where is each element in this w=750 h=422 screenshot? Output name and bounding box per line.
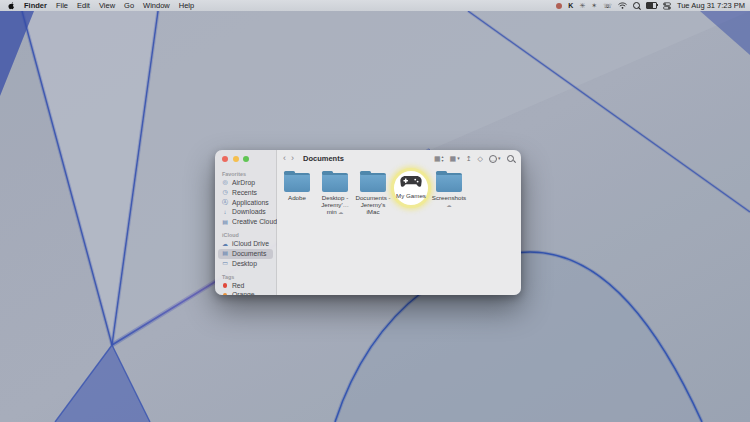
battery-icon[interactable] xyxy=(646,2,657,9)
sidebar-item-icloud-drive[interactable]: ☁ iCloud Drive xyxy=(218,239,273,249)
game-controller-icon xyxy=(400,175,422,188)
menu-item-file[interactable]: File xyxy=(56,1,68,10)
downloads-icon: ↓ xyxy=(221,209,229,216)
window-controls xyxy=(215,150,276,166)
sidebar-item-downloads[interactable]: ↓ Downloads xyxy=(218,207,273,217)
finder-main-pane: ‹ › Documents ▦ ▴▾ ▦▾ ↥ ◇ …▾ xyxy=(277,150,521,295)
menu-item-edit[interactable]: Edit xyxy=(77,1,90,10)
status-app-icon[interactable] xyxy=(556,3,562,9)
sidebar-item-label: Downloads xyxy=(232,208,266,216)
sidebar-item-desktop[interactable]: ▭ Desktop xyxy=(218,259,273,269)
finder-window: Favorites ◎ AirDrop ◷ Recents Ⓐ Applicat… xyxy=(215,150,521,295)
search-icon[interactable] xyxy=(507,155,515,163)
menu-item-help[interactable]: Help xyxy=(179,1,194,10)
status-icon-1[interactable]: ✳ xyxy=(579,2,585,9)
spotlight-search-icon[interactable] xyxy=(633,2,640,9)
share-button[interactable]: ↥ xyxy=(466,155,472,162)
red-tag-icon xyxy=(223,283,228,288)
highlight-callout-ring xyxy=(391,168,431,208)
menu-item-go[interactable]: Go xyxy=(124,1,134,10)
sidebar-item-label: AirDrop xyxy=(232,179,255,187)
sidebar-item-label: Orange xyxy=(232,291,255,295)
folder-icon xyxy=(436,173,462,192)
document-icon: ▤ xyxy=(221,219,229,226)
file-label: Screenshots ☁ xyxy=(431,194,468,209)
sidebar-item-airdrop[interactable]: ◎ AirDrop xyxy=(218,178,273,188)
zoom-button[interactable] xyxy=(243,156,249,162)
back-button[interactable]: ‹ xyxy=(283,154,286,163)
file-label: My Games xyxy=(396,192,426,199)
airdrop-icon: ◎ xyxy=(221,179,229,186)
folder-icon xyxy=(284,173,310,192)
sidebar-item-label: Applications xyxy=(232,199,269,207)
folder-icon xyxy=(322,173,348,192)
file-label: Adobe xyxy=(288,194,306,201)
folder-icon xyxy=(360,173,386,192)
menu-item-finder[interactable]: Finder xyxy=(24,1,47,10)
cloud-icon: ☁ xyxy=(221,241,229,248)
apple-menu-icon[interactable] xyxy=(8,2,15,10)
folder-my-games[interactable]: My Games xyxy=(392,171,430,216)
clock-icon: ◷ xyxy=(221,189,229,196)
sidebar-item-tag-red[interactable]: Red xyxy=(218,281,273,291)
folder-adobe[interactable]: Adobe xyxy=(278,171,316,216)
sidebar-item-label: Red xyxy=(232,282,244,290)
finder-toolbar: ‹ › Documents ▦ ▴▾ ▦▾ ↥ ◇ …▾ xyxy=(277,150,521,167)
group-by-button[interactable]: ▦▾ xyxy=(450,155,460,162)
view-selector-button[interactable]: ▦ ▴▾ xyxy=(434,155,444,162)
forward-button[interactable]: › xyxy=(291,154,294,163)
desktop-icon: ▭ xyxy=(221,260,229,267)
sidebar-item-label: iCloud Drive xyxy=(232,240,269,248)
sidebar-item-recents[interactable]: ◷ Recents xyxy=(218,188,273,198)
menu-bar: Finder File Edit View Go Window Help K ✳… xyxy=(0,0,750,11)
desktop: Finder File Edit View Go Window Help K ✳… xyxy=(0,0,750,422)
control-center-icon[interactable] xyxy=(663,2,671,10)
icloud-status-icon: ☁ xyxy=(338,209,343,215)
file-label: Desktop - Jeremy'…min ☁ xyxy=(317,194,354,216)
menu-item-window[interactable]: Window xyxy=(143,1,170,10)
document-icon: ▤ xyxy=(221,250,229,257)
sidebar-item-label: Documents xyxy=(232,250,266,258)
folder-desktop-jeremy[interactable]: Desktop - Jeremy'…min ☁ xyxy=(316,171,354,216)
status-icon-2[interactable]: ✶ xyxy=(591,2,597,9)
applications-icon: Ⓐ xyxy=(221,199,229,206)
sidebar-item-creative-cloud-files[interactable]: ▤ Creative Cloud Fil… xyxy=(218,217,273,227)
sidebar-item-label: Recents xyxy=(232,189,257,197)
more-actions-button[interactable]: …▾ xyxy=(489,155,501,163)
sidebar-header-tags: Tags xyxy=(222,274,276,280)
sidebar-header-favorites: Favorites xyxy=(222,171,276,177)
window-title: Documents xyxy=(303,154,344,163)
wifi-icon[interactable] xyxy=(618,2,627,9)
sidebar-item-applications[interactable]: Ⓐ Applications xyxy=(218,198,273,208)
menu-bar-clock[interactable]: Tue Aug 31 7:23 PM xyxy=(677,1,745,10)
folder-documents-jeremys-imac[interactable]: Documents - Jeremy's iMac xyxy=(354,171,392,216)
phone-icon[interactable]: ☏ xyxy=(603,2,612,9)
close-button[interactable] xyxy=(222,156,228,162)
file-grid: Adobe Desktop - Jeremy'…min ☁ Documents … xyxy=(277,167,521,216)
tag-button[interactable]: ◇ xyxy=(478,155,483,162)
sidebar-header-icloud: iCloud xyxy=(222,232,276,238)
sidebar-item-label: Desktop xyxy=(232,260,257,268)
finder-sidebar: Favorites ◎ AirDrop ◷ Recents Ⓐ Applicat… xyxy=(215,150,277,295)
sidebar-item-tag-orange[interactable]: Orange xyxy=(218,290,273,295)
orange-tag-icon xyxy=(223,293,228,295)
status-k-app-icon[interactable]: K xyxy=(568,2,573,9)
minimize-button[interactable] xyxy=(233,156,239,162)
icloud-status-icon: ☁ xyxy=(447,202,452,208)
file-label: Documents - Jeremy's iMac xyxy=(355,194,392,215)
menu-item-view[interactable]: View xyxy=(99,1,115,10)
folder-screenshots[interactable]: Screenshots ☁ xyxy=(430,171,468,216)
sidebar-item-documents[interactable]: ▤ Documents xyxy=(218,249,273,259)
